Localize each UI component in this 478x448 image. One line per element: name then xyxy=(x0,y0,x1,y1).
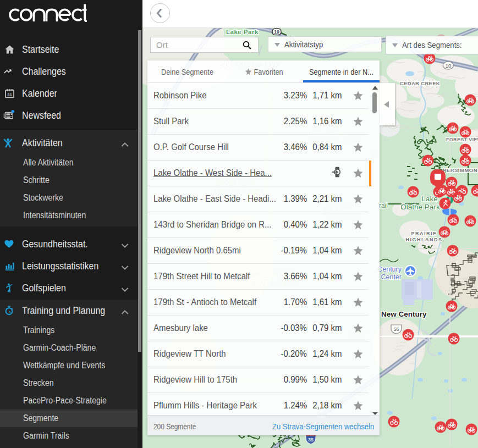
svg-text:10: 10 xyxy=(446,63,452,69)
svg-text:PRAIRIE: PRAIRIE xyxy=(411,231,437,236)
svg-text:Century: Century xyxy=(377,266,402,273)
svg-text:10: 10 xyxy=(274,29,279,35)
svg-text:New Century: New Century xyxy=(381,310,427,318)
svg-text:HIGHLANDS: HIGHLANDS xyxy=(406,237,443,242)
svg-text:31: 31 xyxy=(7,92,12,97)
svg-text:FOREST VIEW: FOREST VIEW xyxy=(446,137,478,142)
svg-text:Olathe Park: Olathe Park xyxy=(400,203,440,211)
svg-text:Lake Park: Lake Park xyxy=(226,29,259,35)
svg-text:PERSIMMON: PERSIMMON xyxy=(443,167,477,173)
svg-text:35: 35 xyxy=(308,437,314,443)
svg-text:56: 56 xyxy=(393,327,399,332)
svg-text:Center: Center xyxy=(381,273,402,281)
svg-text:CEDAR CREEK: CEDAR CREEK xyxy=(400,80,440,86)
svg-text:rail: rail xyxy=(379,202,388,209)
